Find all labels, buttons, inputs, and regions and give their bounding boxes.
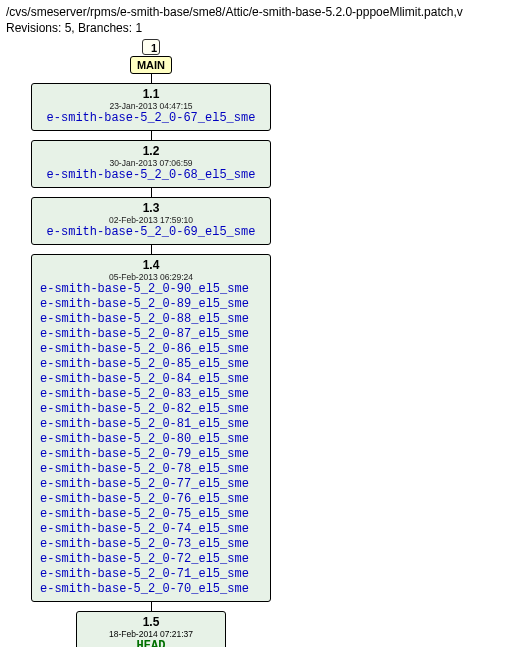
head-version: 1.5 [85,615,217,629]
revision-date: 02-Feb-2013 17:59:10 [40,215,262,225]
revision-date: 23-Jan-2013 04:47:15 [40,101,262,111]
revision-tag: e-smith-base-5_2_0-86_el5_sme [40,342,262,357]
connector [151,602,152,611]
branch-main[interactable]: MAIN [130,56,172,74]
revision-version: 1.4 [40,258,262,272]
revision-tag: e-smith-base-5_2_0-85_el5_sme [40,357,262,372]
head-tag: HEAD [85,639,217,647]
revision-tag: e-smith-base-5_2_0-87_el5_sme [40,327,262,342]
revision-node[interactable]: 1.3 02-Feb-2013 17:59:10 e-smith-base-5_… [31,197,271,245]
revision-node[interactable]: 1.1 23-Jan-2013 04:47:15 e-smith-base-5_… [31,83,271,131]
revision-tag: e-smith-base-5_2_0-72_el5_sme [40,552,262,567]
revision-tag: e-smith-base-5_2_0-74_el5_sme [40,522,262,537]
revision-tag: e-smith-base-5_2_0-75_el5_sme [40,507,262,522]
revision-tag: e-smith-base-5_2_0-88_el5_sme [40,312,262,327]
branch-badge: 1 [142,39,160,55]
revision-tag: e-smith-base-5_2_0-68_el5_sme [40,168,262,183]
head-date: 18-Feb-2014 07:21:37 [85,629,217,639]
connector [151,245,152,254]
header: /cvs/smeserver/rpms/e-smith-base/sme8/At… [0,0,512,38]
connector [151,131,152,140]
revision-tag: e-smith-base-5_2_0-73_el5_sme [40,537,262,552]
revision-version: 1.2 [40,144,262,158]
revision-tag: e-smith-base-5_2_0-82_el5_sme [40,402,262,417]
connector [151,188,152,197]
revision-tag: e-smith-base-5_2_0-81_el5_sme [40,417,262,432]
revision-node[interactable]: 1.4 05-Feb-2013 06:29:24 e-smith-base-5_… [31,254,271,602]
revision-tag: e-smith-base-5_2_0-89_el5_sme [40,297,262,312]
revision-tag: e-smith-base-5_2_0-69_el5_sme [40,225,262,240]
revision-tag: e-smith-base-5_2_0-90_el5_sme [40,282,262,297]
revision-tag: e-smith-base-5_2_0-83_el5_sme [40,387,262,402]
revision-tag: e-smith-base-5_2_0-78_el5_sme [40,462,262,477]
revision-date: 05-Feb-2013 06:29:24 [40,272,262,282]
repo-meta: Revisions: 5, Branches: 1 [6,20,506,36]
revision-tag: e-smith-base-5_2_0-80_el5_sme [40,432,262,447]
revision-tag: e-smith-base-5_2_0-84_el5_sme [40,372,262,387]
revision-tag: e-smith-base-5_2_0-70_el5_sme [40,582,262,597]
revision-tag: e-smith-base-5_2_0-77_el5_sme [40,477,262,492]
revision-tree: 1 MAIN 1.1 23-Jan-2013 04:47:15 e-smith-… [0,38,512,647]
revision-tag: e-smith-base-5_2_0-79_el5_sme [40,447,262,462]
revision-tag: e-smith-base-5_2_0-67_el5_sme [40,111,262,126]
revision-tag: e-smith-base-5_2_0-76_el5_sme [40,492,262,507]
head-node[interactable]: 1.5 18-Feb-2014 07:21:37 HEAD [76,611,226,647]
revision-date: 30-Jan-2013 07:06:59 [40,158,262,168]
repo-path: /cvs/smeserver/rpms/e-smith-base/sme8/At… [6,4,506,20]
revision-node[interactable]: 1.2 30-Jan-2013 07:06:59 e-smith-base-5_… [31,140,271,188]
connector [151,74,152,83]
revision-version: 1.3 [40,201,262,215]
revision-version: 1.1 [40,87,262,101]
revision-tag: e-smith-base-5_2_0-71_el5_sme [40,567,262,582]
